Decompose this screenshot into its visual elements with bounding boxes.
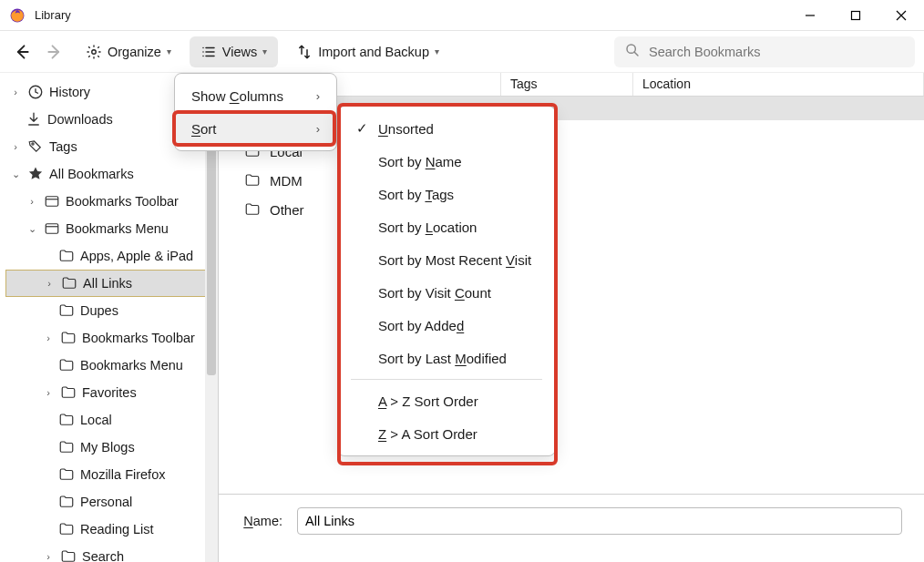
label: Favorites — [82, 385, 137, 400]
maximize-button[interactable] — [833, 0, 878, 30]
window-controls — [787, 0, 924, 30]
views-menu: Show Columns › Sort › — [174, 73, 337, 151]
label: Bookmarks Menu — [66, 221, 169, 236]
folder-icon — [58, 248, 75, 264]
svg-point-6 — [32, 143, 34, 145]
menu-item-sort[interactable]: Sort › — [175, 112, 336, 145]
bookmarks-toolbar-icon — [44, 193, 60, 209]
tree-item-all-links[interactable]: › All Links — [5, 270, 218, 297]
import-backup-button[interactable]: Import and Backup ▾ — [285, 36, 450, 67]
folder-icon — [60, 384, 77, 401]
chevron-right-icon: › — [42, 387, 55, 398]
chevron-down-icon: ⌄ — [26, 223, 38, 235]
tree-item[interactable]: Dupes — [5, 297, 218, 324]
label: Downloads — [47, 112, 113, 127]
chevron-down-icon: ⌄ — [9, 169, 22, 180]
menu-item-sort-by-last-modified[interactable]: Sort by Last Modified — [338, 342, 555, 374]
menu-item-za-sort-order[interactable]: Z > A Sort Order — [338, 417, 555, 450]
import-label: Import and Backup — [318, 45, 429, 59]
list-icon — [200, 44, 217, 60]
label: Other — [270, 202, 304, 218]
folder-icon — [58, 466, 75, 483]
detail-panel: Name: — [219, 494, 924, 562]
organize-button[interactable]: Organize ▾ — [75, 36, 182, 67]
folder-icon — [244, 172, 261, 189]
label: All Links — [83, 276, 132, 291]
label: Local — [80, 413, 112, 427]
svg-rect-1 — [852, 11, 860, 19]
sidebar-item-bookmarks-menu[interactable]: ⌄ Bookmarks Menu — [5, 215, 218, 242]
chevron-right-icon: › — [42, 551, 55, 562]
menu-item-sort-by-location[interactable]: Sort by Location — [338, 210, 555, 243]
label: Sort by Most Recent Visit — [378, 252, 531, 268]
tree-item[interactable]: › Search — [5, 543, 218, 562]
tree-item[interactable]: Mozilla Firefox — [5, 461, 218, 488]
label: Sort by Location — [378, 220, 477, 235]
search-box[interactable] — [614, 36, 915, 67]
chevron-right-icon: › — [9, 141, 22, 152]
menu-item-sort-by-name[interactable]: Sort by Name — [338, 145, 555, 178]
views-button[interactable]: Views ▾ — [190, 36, 278, 67]
folder-icon — [58, 439, 75, 455]
name-field[interactable] — [297, 507, 902, 535]
search-icon — [625, 43, 640, 60]
minimize-button[interactable] — [787, 0, 833, 30]
tree-item[interactable]: Apps, Apple & iPad — [5, 242, 218, 270]
views-label: Views — [222, 45, 257, 59]
list-area[interactable]: Local MDM Other — [219, 97, 924, 494]
tree-item[interactable]: My Blogs — [5, 434, 218, 461]
menu-item-show-columns[interactable]: Show Columns › — [175, 79, 336, 112]
name-label: Name: — [237, 514, 282, 528]
column-header-tags[interactable]: Tags — [501, 73, 633, 96]
sidebar-item-all-bookmarks[interactable]: ⌄ All Bookmarks — [5, 160, 218, 188]
submenu-arrow-icon: › — [316, 89, 320, 103]
label: A > Z Sort Order — [378, 393, 478, 409]
label: Search — [82, 549, 124, 562]
label: Bookmarks Toolbar — [66, 194, 179, 209]
label: Apps, Apple & iPad — [80, 249, 193, 263]
label: Personal — [80, 495, 132, 509]
titlebar: Library — [0, 0, 924, 31]
menu-item-sort-by-visit-count[interactable]: Sort by Visit Count — [338, 276, 555, 309]
menu-item-sort-by-added[interactable]: Sort by Added — [338, 309, 555, 342]
back-button[interactable] — [9, 39, 35, 65]
label: All Bookmarks — [49, 167, 134, 181]
column-header-location[interactable]: Location — [633, 73, 924, 96]
tree-item[interactable]: Reading List — [5, 516, 218, 543]
tree-item[interactable]: Bookmarks Menu — [5, 352, 218, 379]
menu-item-unsorted[interactable]: ✓ Unsorted — [338, 112, 555, 145]
forward-button[interactable] — [42, 39, 67, 65]
label: Bookmarks Toolbar — [82, 331, 195, 345]
star-icon — [27, 166, 44, 182]
label: Tags — [49, 139, 77, 154]
label: Z > A Sort Order — [378, 426, 477, 442]
folder-icon — [60, 330, 77, 346]
window-title: Library — [35, 8, 787, 22]
folder-icon — [61, 275, 77, 291]
tree-item[interactable]: › Bookmarks Toolbar — [5, 324, 218, 352]
tags-icon — [27, 138, 44, 155]
tree-item[interactable]: Personal — [5, 488, 218, 516]
sidebar-item-bookmarks-toolbar[interactable]: › Bookmarks Toolbar — [5, 188, 218, 215]
sort-menu: ✓ Unsorted Sort by Name Sort by Tags Sor… — [337, 106, 556, 456]
label: Bookmarks Menu — [80, 358, 183, 373]
label: Show Columns — [191, 88, 283, 104]
label: Sort by Last Modified — [378, 351, 507, 366]
label: Sort by Added — [378, 318, 464, 333]
close-button[interactable] — [878, 0, 924, 30]
label: Sort by Visit Count — [378, 285, 491, 301]
folder-icon — [58, 412, 75, 428]
menu-item-sort-by-most-recent-visit[interactable]: Sort by Most Recent Visit — [338, 243, 555, 276]
menu-item-sort-by-tags[interactable]: Sort by Tags — [338, 178, 555, 210]
label: History — [49, 85, 90, 99]
check-icon: ✓ — [354, 120, 369, 137]
label: Sort by Tags — [378, 187, 454, 202]
chevron-right-icon: › — [26, 196, 38, 207]
tree-item[interactable]: › Favorites — [5, 379, 218, 406]
tree-item[interactable]: Local — [5, 406, 218, 434]
label: Sort by Name — [378, 154, 462, 169]
menu-item-az-sort-order[interactable]: A > Z Sort Order — [338, 384, 555, 417]
firefox-logo-icon — [9, 7, 26, 24]
svg-point-2 — [92, 49, 97, 54]
search-input[interactable] — [649, 45, 904, 59]
